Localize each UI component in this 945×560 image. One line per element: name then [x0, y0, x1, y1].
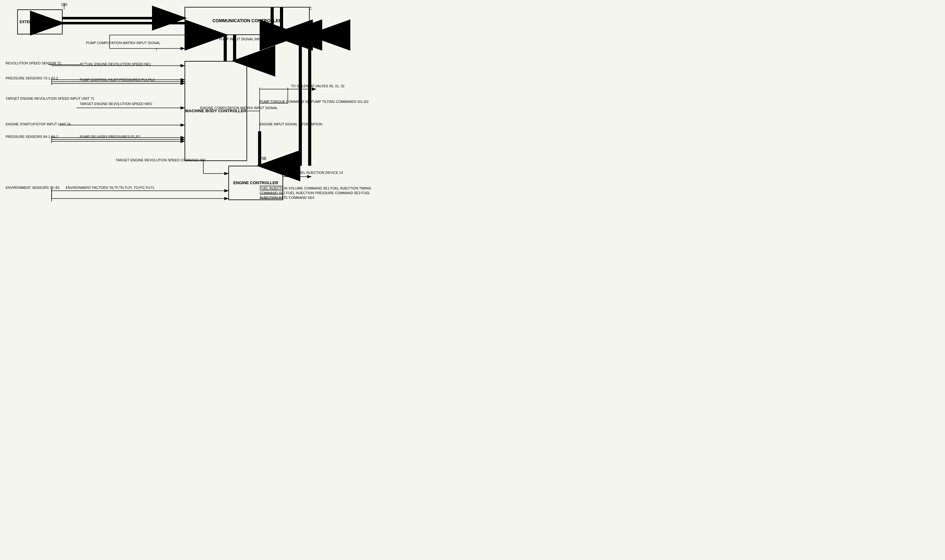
label-pump-torque-command: PUMP TORQUE COMMAND SI3 PUMP TILTING COM… [260, 99, 368, 104]
label-target-engine-revolution-input: TARGET ENGINE REVOLUTION SPEED INPUT UNI… [6, 96, 94, 101]
label-environment-factors: ENVIRONMENT FACTORS TA,TF,TN,TI,PI, TO,P… [66, 185, 155, 190]
label-pump-delivery: PUMP DELIVERY PRESSURES P1,P2 [80, 134, 140, 139]
label-pressure-sensors-73: PRESSURE SENSORS 73-1,73-2 [6, 76, 58, 81]
label-target-engine-rev-command: TARGET ENGINE REVOLUTION SPEED COMMAND N… [116, 158, 206, 163]
label-engine-startup-stop: ENGINE STARTUP/STOP INPUT UNIT 74 [6, 122, 71, 127]
external-terminal-box: EXTERNAL TERMINAL [17, 9, 63, 34]
label-target-engine-rev-nro: TARGET ENGINE REVOLUTION SPEED NRO [80, 102, 152, 106]
label-fuel-injection-commands: FUEL INJECTION VOLUME COMMAND SE1 FUEL I… [260, 186, 376, 200]
label-revolution-speed-sensor: REVOLUTION SPEED SENSOR 72 [6, 61, 61, 66]
machine-body-controller-box: MACHINE BODY CONTROLLER [185, 61, 247, 161]
label-environment-sensors: ENVIRONMENT SENSORS 75~83 [6, 185, 59, 190]
label-pump-input-signal: PUMP INPUT SIGNAL INFORMATION [219, 37, 279, 42]
label-pressure-sensors-84: PRESSURE SENSORS 84-1,84-2 [6, 134, 58, 139]
label-to-fuel-injection: TO FUEL INJECTION DEVICE 14 [291, 171, 343, 175]
label-engine-input-signal: ENGINE INPUT SIGNAL INFORMATION [260, 122, 322, 127]
label-actual-engine-rev: ACTUAL ENGINE REVOLUTION SPEED NE1 [80, 62, 151, 66]
diagram-container: 150 70C 70A 70B EXTERNAL TERMINAL COMMUN… [0, 0, 376, 234]
ref-70B: 70B [260, 156, 266, 161]
label-pump-control-pilot: PUMP CONTROL PILOT PRESSURES PL1,PL2 [80, 77, 154, 82]
label-pump-computation-matrix: PUMP COMPUTATION MATRIX INPUT SIGNAL [86, 41, 160, 45]
label-engine-computation-matrix: ENGINE COMPUTATION MATRIX INPUT SIGNAL [200, 106, 278, 110]
label-to-solenoid: TO SOLENOID VALVES 30, 31, 32 [291, 84, 345, 88]
ref-150: 150 [61, 3, 67, 7]
communication-controller-box: COMMUNICATION CONTROLLER [185, 7, 310, 35]
